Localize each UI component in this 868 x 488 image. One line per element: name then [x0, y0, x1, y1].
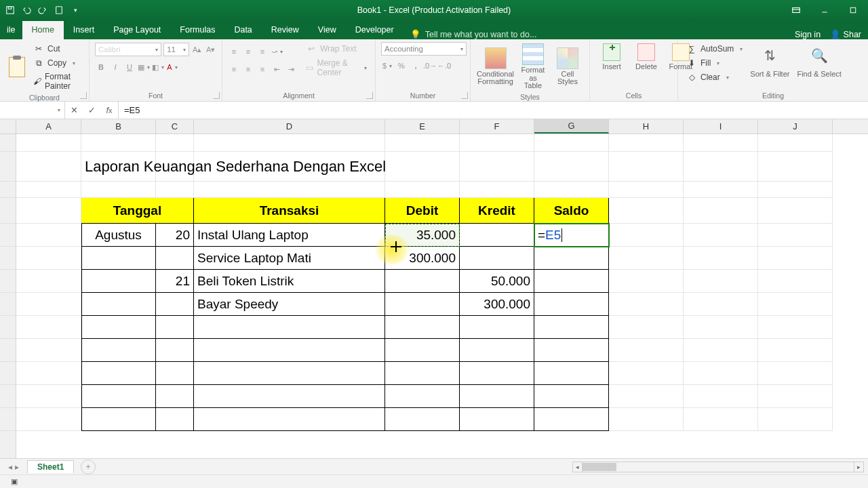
cell-D8[interactable]: Bayar Speedy	[194, 293, 385, 316]
cell-F8[interactable]: 300.000	[460, 293, 534, 316]
col-header-I[interactable]: I	[684, 119, 758, 134]
cell-D10[interactable]	[194, 339, 385, 362]
save-icon[interactable]	[4, 4, 16, 16]
align-bottom-icon[interactable]: ≡	[256, 44, 269, 59]
cell-G13[interactable]	[534, 408, 609, 431]
row-header-6[interactable]	[0, 247, 16, 270]
decrease-decimal-icon[interactable]: ←.0	[438, 58, 450, 73]
name-box[interactable]: ▾	[0, 102, 65, 119]
cell-E13[interactable]	[385, 408, 460, 431]
insert-cells-button[interactable]: Insert	[595, 42, 628, 72]
cell-D13[interactable]	[194, 408, 385, 431]
cell-B7[interactable]	[81, 270, 156, 293]
paste-button[interactable]	[5, 56, 28, 79]
qat-customize-icon[interactable]: ▾	[69, 4, 81, 16]
merge-center-button[interactable]: ▭Merge & Center▾	[303, 57, 370, 79]
row-header-12[interactable]	[0, 385, 16, 408]
cell-E7[interactable]	[385, 270, 460, 293]
row-header-11[interactable]	[0, 362, 16, 385]
cell-C9[interactable]	[156, 316, 194, 339]
scroll-left-icon[interactable]: ◂	[573, 462, 583, 472]
cell-F4[interactable]: Kredit	[460, 198, 534, 224]
clipboard-launcher-icon[interactable]	[80, 92, 87, 99]
tab-data[interactable]: Data	[224, 21, 261, 39]
align-top-icon[interactable]: ≡	[228, 44, 240, 59]
scroll-thumb[interactable]	[583, 463, 616, 471]
col-header-D[interactable]: D	[194, 119, 385, 134]
cut-button[interactable]: ✂Cut	[31, 42, 83, 56]
row-header-10[interactable]	[0, 339, 16, 362]
row-header-8[interactable]	[0, 293, 16, 316]
sheet-tab-sheet1[interactable]: Sheet1	[27, 460, 74, 473]
cell-G10[interactable]	[534, 339, 609, 362]
cell-C10[interactable]	[156, 339, 194, 362]
italic-button[interactable]: I	[109, 60, 121, 75]
cell-E8[interactable]	[385, 293, 460, 316]
col-header-C[interactable]: C	[156, 119, 194, 134]
select-all-triangle[interactable]	[0, 119, 16, 134]
cell-D6[interactable]: Service Laptop Mati	[194, 247, 385, 270]
col-header-E[interactable]: E	[385, 119, 460, 134]
cells-area[interactable]: Laporan Keuangan Sederhana Dengan ExcelT…	[16, 134, 868, 458]
tab-page-layout[interactable]: Page Layout	[104, 21, 170, 39]
cell-C7[interactable]: 21	[156, 270, 194, 293]
cell-C12[interactable]	[156, 385, 194, 408]
cell-E12[interactable]	[385, 385, 460, 408]
col-header-A[interactable]: A	[16, 119, 81, 134]
cell-B10[interactable]	[81, 339, 156, 362]
cell-G11[interactable]	[534, 362, 609, 385]
cell-B8[interactable]	[81, 293, 156, 316]
cell-G4[interactable]: Saldo	[534, 198, 609, 224]
cell-B11[interactable]	[81, 362, 156, 385]
worksheet-grid[interactable]: ABCDEFGHIJ Laporan Keuangan Sederhana De…	[0, 119, 868, 458]
percent-format-icon[interactable]: %	[395, 58, 408, 73]
cell-B2[interactable]: Laporan Keuangan Sederhana Dengan Excel	[81, 152, 609, 182]
cell-B9[interactable]	[81, 316, 156, 339]
col-header-H[interactable]: H	[609, 119, 684, 134]
cell-D7[interactable]: Beli Token Listrik	[194, 270, 385, 293]
cell-G12[interactable]	[534, 385, 609, 408]
tab-file[interactable]: ile	[0, 21, 22, 39]
cell-F5[interactable]	[460, 224, 534, 247]
decrease-font-icon[interactable]: A▾	[205, 42, 216, 57]
sign-in-link[interactable]: Sign in	[795, 30, 821, 39]
redo-icon[interactable]	[37, 4, 49, 16]
bold-button[interactable]: B	[95, 60, 107, 75]
cell-E10[interactable]	[385, 339, 460, 362]
cell-C5[interactable]: 20	[156, 224, 194, 247]
cell-F12[interactable]	[460, 385, 534, 408]
macro-record-icon[interactable]: ▣	[11, 477, 18, 486]
number-format-combo[interactable]: Accounting▾	[381, 42, 467, 56]
cell-G8[interactable]	[534, 293, 609, 316]
cell-B6[interactable]	[81, 247, 156, 270]
tab-view[interactable]: View	[309, 21, 346, 39]
minimize-icon[interactable]	[811, 0, 838, 20]
col-header-G[interactable]: G	[534, 119, 609, 134]
enter-formula-icon[interactable]: ✓	[83, 105, 100, 115]
cell-C6[interactable]	[156, 247, 194, 270]
number-launcher-icon[interactable]	[461, 92, 468, 99]
align-left-icon[interactable]: ≡	[228, 62, 240, 77]
align-right-icon[interactable]: ≡	[256, 62, 269, 77]
copy-button[interactable]: ⧉Copy▾	[31, 56, 83, 70]
scroll-right-icon[interactable]: ▸	[854, 462, 863, 472]
cell-D9[interactable]	[194, 316, 385, 339]
cell-C11[interactable]	[156, 362, 194, 385]
format-as-table-button[interactable]: Format as Table	[517, 42, 549, 92]
cell-D4[interactable]: Transaksi	[194, 198, 385, 224]
tab-insert[interactable]: Insert	[64, 21, 104, 39]
touch-mode-icon[interactable]	[53, 4, 65, 16]
font-size-combo[interactable]: 11▾	[163, 43, 189, 56]
cell-F13[interactable]	[460, 408, 534, 431]
tab-home[interactable]: Home	[22, 21, 64, 39]
tell-me-search[interactable]: 💡 Tell me what you want to do...	[403, 29, 544, 39]
alignment-launcher-icon[interactable]	[366, 92, 373, 99]
increase-font-icon[interactable]: A▴	[191, 42, 203, 57]
cell-F6[interactable]	[460, 247, 534, 270]
cell-D11[interactable]	[194, 362, 385, 385]
cell-E11[interactable]	[385, 362, 460, 385]
cell-B12[interactable]	[81, 385, 156, 408]
cell-F9[interactable]	[460, 316, 534, 339]
cell-B4[interactable]: Tanggal	[81, 198, 194, 224]
insert-function-icon[interactable]: fx	[100, 105, 118, 115]
